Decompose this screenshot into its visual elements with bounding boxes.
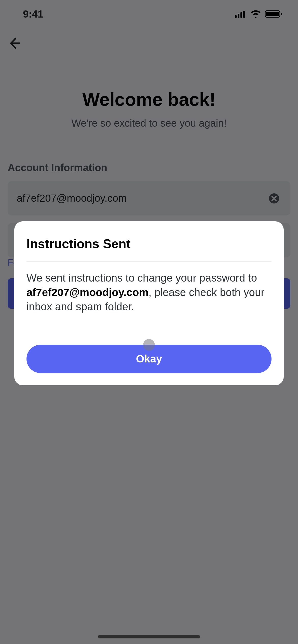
modal-body-prefix: We sent instructions to change your pass… <box>26 272 257 284</box>
modal-body-email: af7ef207@moodjoy.com <box>26 286 148 298</box>
touch-indicator-icon <box>143 339 155 351</box>
okay-button-label: Okay <box>136 353 162 365</box>
modal-divider <box>26 261 272 262</box>
instructions-sent-modal: Instructions Sent We sent instructions t… <box>14 221 284 385</box>
home-indicator[interactable] <box>98 635 200 638</box>
modal-body: We sent instructions to change your pass… <box>26 271 272 314</box>
okay-button[interactable]: Okay <box>26 345 272 373</box>
modal-title: Instructions Sent <box>26 237 272 251</box>
